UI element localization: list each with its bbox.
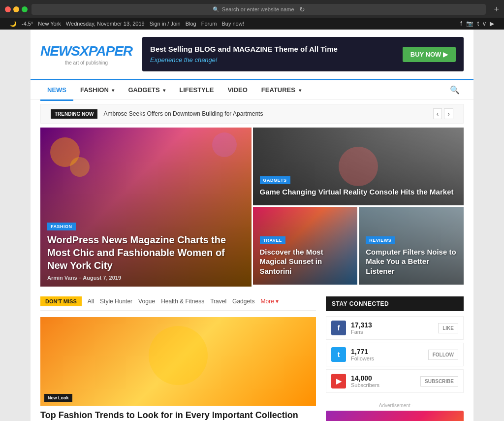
site-logo[interactable]: NEWSXPAPER [40, 43, 132, 59]
address-text: Search or enter website name [222, 6, 294, 12]
features-arrow: ▾ [299, 88, 301, 93]
facebook-icon[interactable]: f [460, 20, 462, 27]
logo-news: NEWS [40, 43, 80, 59]
tab-gadgets[interactable]: Gadgets [232, 298, 254, 305]
buynow-link[interactable]: Buy now! [221, 21, 244, 27]
hero-santorini-category: TRAVEL [260, 236, 285, 244]
trending-label: TRENDING NOW [51, 109, 97, 119]
tab-health[interactable]: Health & Fitness [161, 298, 204, 305]
trending-bar: TRENDING NOW Ambrose Seeks Offers on Dow… [40, 104, 464, 124]
twitter-card-left: t 1,771 Followers [331, 347, 374, 362]
hero-vr-title: Game Changing Virtual Reality Console Hi… [260, 187, 457, 197]
nav-item-news[interactable]: NEWS [40, 80, 73, 101]
trending-prev[interactable]: ‹ [433, 108, 442, 119]
twitter-icon[interactable]: t [477, 20, 479, 27]
tab-all[interactable]: All [88, 298, 94, 305]
hero-main-date: August 7, 2019 [83, 275, 121, 281]
youtube-count: 14,000 [351, 374, 379, 382]
banner-text: Best Selling BLOG and MAGAZINE Theme of … [150, 44, 338, 65]
address-bar[interactable]: 🔍 Search or enter website name ↻ [32, 4, 486, 15]
logo-paper: PAPER [89, 43, 132, 59]
tab-travel[interactable]: Travel [210, 298, 226, 305]
logo-tagline: the art of publishing [40, 60, 132, 65]
facebook-card-left: f 17,313 Fans [331, 321, 372, 335]
hero-bottom-row: TRAVEL Discover the Most Magical Sunset … [253, 207, 464, 285]
forum-link[interactable]: Forum [201, 21, 217, 27]
hero-reviews[interactable]: REVIEWS Computer Filters Noise to Make Y… [359, 207, 464, 285]
sidebar-ad-section: - Advertisement - Best Selling BLOG and … [326, 403, 464, 421]
site-header: NEWSXPAPER the art of publishing Best Se… [31, 30, 473, 79]
nav-item-video[interactable]: VIDEO [220, 80, 254, 101]
facebook-icon-box: f [331, 321, 346, 335]
city: New York [38, 21, 61, 27]
tab-stylehunter[interactable]: Style Hunter [100, 298, 132, 305]
hero-grid: FASHION WordPress News Magazine Charts t… [40, 128, 464, 287]
banner-main-line: Best Selling BLOG and MAGAZINE Theme of … [150, 44, 338, 55]
content-section: DON'T MISS All Style Hunter Vogue Health… [31, 287, 473, 421]
logo-x: X [80, 43, 89, 59]
hero-main[interactable]: FASHION WordPress News Magazine Charts t… [40, 128, 252, 287]
search-icon: 🔍 [213, 6, 220, 13]
minimize-dot[interactable] [13, 6, 19, 12]
facebook-label: Fans [351, 329, 372, 335]
twitter-label: Followers [351, 356, 374, 361]
facebook-counts: 17,313 Fans [351, 321, 372, 335]
tab-more[interactable]: More ▾ [260, 298, 279, 305]
hero-main-meta: Armin Vans – August 7, 2019 [47, 275, 245, 281]
dont-miss-label: DON'T MISS [40, 296, 82, 306]
browser-chrome: 🔍 Search or enter website name ↻ + [0, 0, 504, 18]
youtube-icon[interactable]: ▶ [490, 20, 494, 27]
hero-vr-category: GADGETS [260, 176, 290, 184]
refresh-icon[interactable]: ↻ [299, 5, 305, 13]
tab-vogue[interactable]: Vogue [138, 298, 155, 305]
sidebar-ad: Best Selling BLOG and MAGAZINE Theme of … [326, 411, 464, 421]
hero-vr-overlay: GADGETS Game Changing Virtual Reality Co… [253, 170, 464, 206]
nav-item-features[interactable]: FEATURES ▾ [254, 80, 308, 101]
trending-nav: ‹ › [433, 108, 453, 119]
signin-link[interactable]: Sign in / Join [150, 21, 181, 27]
twitter-counts: 1,771 Followers [351, 348, 374, 361]
feature-article-title[interactable]: Top Fashion Trends to Look for in Every … [40, 410, 316, 421]
banner-buy-button[interactable]: BUY NOW ▶ [403, 47, 456, 62]
hero-reviews-overlay: REVIEWS Computer Filters Noise to Make Y… [359, 230, 464, 285]
facebook-like-button[interactable]: LIKE [438, 323, 458, 333]
hero-main-author: Armin Vans [47, 275, 77, 281]
trending-next[interactable]: › [444, 108, 453, 119]
new-tab-button[interactable]: + [494, 4, 499, 15]
top-bar-left: 🌙 -4.5° New York Wednesday, November 13,… [10, 21, 244, 27]
hero-santorini[interactable]: TRAVEL Discover the Most Magical Sunset … [253, 207, 358, 285]
close-dot[interactable] [5, 6, 11, 12]
twitter-count: 1,771 [351, 348, 374, 356]
header-banner: Best Selling BLOG and MAGAZINE Theme of … [142, 37, 464, 71]
dont-miss-tabs: All Style Hunter Vogue Health & Fitness … [88, 298, 279, 305]
maximize-dot[interactable] [22, 6, 28, 12]
search-icon[interactable]: 🔍 [446, 81, 464, 98]
browser-dots [5, 6, 28, 12]
fashion-arrow: ▾ [112, 88, 114, 93]
dont-miss-header: DON'T MISS All Style Hunter Vogue Health… [40, 296, 316, 311]
weather-temp: -4.5° [22, 21, 33, 27]
feature-img-label: New Look [44, 394, 72, 402]
youtube-card-left: ▶ 14,000 Subscribers [331, 374, 379, 389]
hero-top-right[interactable]: GADGETS Game Changing Virtual Reality Co… [253, 128, 464, 205]
hero-main-category: FASHION [47, 223, 76, 230]
top-bar: 🌙 -4.5° New York Wednesday, November 13,… [0, 18, 504, 30]
site-nav: NEWS FASHION ▾ GADGETS ▾ LIFESTYLE VIDEO… [31, 79, 473, 100]
youtube-subscribe-button[interactable]: SUBSCRIBE [420, 376, 458, 387]
twitter-social-card: t 1,771 Followers FOLLOW [326, 343, 464, 366]
nav-item-fashion[interactable]: FASHION ▾ [73, 80, 121, 101]
youtube-social-card: ▶ 14,000 Subscribers SUBSCRIBE [326, 369, 464, 393]
ad-label: - Advertisement - [326, 403, 464, 408]
hero-reviews-title: Computer Filters Noise to Make You a Bet… [366, 247, 457, 276]
nav-item-gadgets[interactable]: GADGETS ▾ [121, 80, 172, 101]
vimeo-icon[interactable]: v [483, 20, 486, 27]
stay-connected-section: STAY CONNECTED f 17,313 Fans LIKE t [326, 296, 464, 393]
instagram-icon[interactable]: 📷 [466, 20, 473, 27]
moon-icon: 🌙 [10, 21, 17, 27]
stay-connected-header: STAY CONNECTED [326, 296, 464, 311]
facebook-social-card: f 17,313 Fans LIKE [326, 316, 464, 340]
blog-link[interactable]: Blog [186, 21, 196, 27]
nav-item-lifestyle[interactable]: LIFESTYLE [172, 80, 220, 101]
gadgets-arrow: ▾ [163, 88, 165, 93]
twitter-follow-button[interactable]: FOLLOW [428, 350, 458, 360]
